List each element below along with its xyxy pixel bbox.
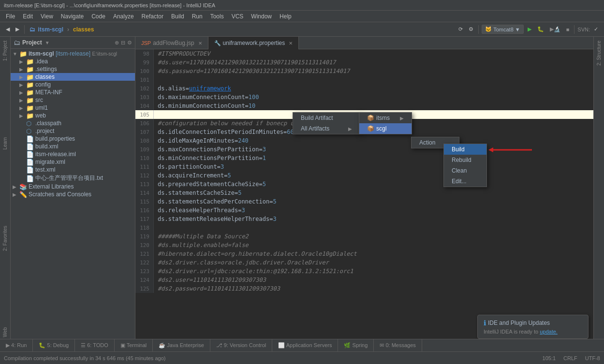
run-btn[interactable]: ▶	[526, 25, 533, 33]
tab-uniframework[interactable]: 🔧 uniframework.properties ✕	[208, 37, 299, 49]
menu-help[interactable]: Help	[276, 12, 295, 21]
tree-item-build-properties[interactable]: 📄 build.properties	[11, 135, 135, 143]
tree-item-ext-libs[interactable]: ▶ 📚 External Libraries	[11, 183, 135, 190]
tree-item-web[interactable]: ▶ 📁 web	[11, 112, 135, 119]
line-121: 121 #hibernate.dialect=org.hibernate.dia…	[135, 249, 593, 258]
tree-root[interactable]: ▼ 📁 itsm-scgl [itsm-release] E:\itsm-scg…	[11, 50, 135, 58]
stop-btn[interactable]: ■	[564, 26, 572, 33]
settings-btn[interactable]: ⚙	[127, 40, 132, 46]
context-menu-build-artifact[interactable]: Build Artifact All Artifacts ▶	[293, 112, 360, 134]
tree-item-classes[interactable]: ▶ 📁 classes	[11, 73, 135, 81]
config-label: config	[35, 81, 51, 88]
ctx-rebuild[interactable]: Rebuild	[444, 155, 486, 165]
settings-label: .settings	[35, 66, 57, 73]
line-114: 114 ds.statementsCacheSize=5	[135, 189, 593, 197]
project-tree: ▼ 📁 itsm-scgl [itsm-release] E:\itsm-scg…	[11, 49, 135, 339]
ext-libs-arrow: ▶	[13, 184, 19, 189]
scratches-label: Scratches and Consoles	[29, 191, 91, 198]
classpath-icon: ⬡	[26, 120, 34, 127]
tree-item-testxml[interactable]: 📄 test.xml	[11, 166, 135, 174]
web-label: web	[35, 112, 46, 119]
tree-item-project-file[interactable]: ⬡ .project	[11, 127, 135, 135]
menu-vcs[interactable]: VCS	[228, 12, 248, 21]
menu-window[interactable]: Window	[247, 12, 276, 21]
strip-web[interactable]: Web	[1, 325, 9, 339]
strip-project[interactable]: 1: Project	[1, 39, 9, 63]
menu-tools[interactable]: Tools	[206, 12, 228, 21]
bottom-tab-todo[interactable]: ☰ 6: TODO	[75, 339, 115, 351]
tree-item-src[interactable]: ▶ 📁 src	[11, 96, 135, 104]
toolbar-back-btn[interactable]: ◀	[4, 25, 12, 33]
menu-code[interactable]: Code	[88, 12, 109, 21]
tree-item-settings[interactable]: ▶ 📁 .settings	[11, 65, 135, 73]
toolbar-settings-btn[interactable]: ⚙	[467, 25, 475, 33]
panel-actions: ⊕ ⊟ ⚙	[115, 40, 132, 46]
bottom-tab-version-control[interactable]: ⎇ 9: Version Control	[210, 339, 273, 351]
plugin-update-link[interactable]: update.	[540, 329, 558, 335]
context-menu-artifacts[interactable]: 📦 itsms ▶ 📦 scgl	[359, 112, 412, 134]
ctx-edit[interactable]: Edit...	[444, 176, 486, 187]
itsms-icon: 📦	[367, 115, 374, 121]
bottom-tab-app-servers[interactable]: ⬜ Application Servers	[272, 339, 338, 351]
tree-item-chinese[interactable]: 📄 中心-生产管理平台项目.txt	[11, 174, 135, 183]
jsp-icon: JSP	[141, 40, 151, 46]
tree-item-idea[interactable]: ▶ 📁 .idea	[11, 58, 135, 65]
context-menu-build-options[interactable]: Build Rebuild Clean Edit...	[443, 144, 487, 187]
ctx-build-artifact[interactable]: Build Artifact	[293, 113, 360, 123]
ctx-all-artifacts[interactable]: All Artifacts ▶	[293, 123, 360, 134]
bottom-tab-bar: ▶ 4: Run 🐛 5: Debug ☰ 6: TODO ▣ Terminal…	[0, 339, 604, 351]
tab-close-addflowbug[interactable]: ✕	[198, 41, 202, 46]
menu-refactor[interactable]: Refactor	[138, 12, 167, 21]
tab-close-uniframework[interactable]: ✕	[289, 41, 293, 46]
tree-item-iml[interactable]: 📄 itsm-release.iml	[11, 150, 135, 158]
scgl-icon: 📦	[367, 125, 374, 132]
bottom-tab-messages[interactable]: ✉ 0: Messages	[374, 339, 422, 351]
menu-analyze[interactable]: Analyze	[109, 12, 138, 21]
bottom-tab-java-enterprise[interactable]: ☕ Java Enterprise	[153, 339, 210, 351]
collapse-btn[interactable]: ⊟	[121, 40, 125, 46]
tree-item-config[interactable]: ▶ 📁 config	[11, 81, 135, 88]
menu-file[interactable]: File	[2, 12, 19, 21]
menu-build[interactable]: Build	[167, 12, 188, 21]
tomcat-dropdown[interactable]: 🐱 Tomcat8 ▼	[482, 25, 523, 34]
tree-item-classpath[interactable]: ⬡ .classpath	[11, 119, 135, 127]
chinese-file-icon: 📄	[26, 175, 34, 182]
menu-edit[interactable]: Edit	[19, 12, 37, 21]
ctx-build[interactable]: Build	[444, 144, 486, 155]
ctx-scgl[interactable]: 📦 scgl	[359, 123, 412, 134]
editor-area: JSP addFlowBug.jsp ✕ 🔧 uniframework.prop…	[135, 37, 593, 339]
run-coverage-btn[interactable]: ▶🔬	[548, 25, 562, 33]
bottom-tab-spring[interactable]: 🌿 Spring	[338, 339, 374, 351]
debug-btn[interactable]: 🐛	[535, 25, 546, 33]
plugin-text: IntelliJ IDEA is ready to update.	[484, 329, 582, 335]
menu-view[interactable]: View	[37, 12, 57, 21]
menu-navigate[interactable]: Navigate	[57, 12, 88, 21]
line-99: 99 #ds.user=1170160142129030132121139071…	[135, 58, 593, 67]
strip-structure[interactable]: 2: Structure	[595, 39, 603, 68]
encoding: UTF-8	[585, 355, 600, 361]
tomcat-arrow-icon: ▼	[515, 27, 520, 32]
strip-favorites[interactable]: 2: Favorites	[1, 224, 9, 253]
toolbar-sync-btn[interactable]: ⟳	[457, 25, 465, 33]
vcs-update-btn[interactable]: ✓	[592, 25, 600, 33]
tree-item-metainf[interactable]: ▶ 📁 META-INF	[11, 88, 135, 96]
bottom-tab-terminal[interactable]: ▣ Terminal	[115, 339, 153, 351]
metainf-folder-icon: 📁	[26, 89, 34, 96]
tab-addflowbug[interactable]: JSP addFlowBug.jsp ✕	[135, 37, 208, 49]
ctx-clean[interactable]: Clean	[444, 165, 486, 176]
code-editor[interactable]: 98 #ITSMPRODUCTDEV 99 #ds.user=117016014…	[135, 49, 593, 339]
line-122: 122 #ds2.driver.class=oracle.jdbc.driver…	[135, 258, 593, 267]
clean-label: Clean	[452, 167, 467, 174]
tree-item-migrate[interactable]: 📄 migrate.xml	[11, 158, 135, 166]
ctx-itsms[interactable]: 📦 itsms ▶	[359, 113, 412, 123]
strip-learn[interactable]: Learn	[1, 135, 9, 152]
toolbar-forward-btn[interactable]: ▶	[14, 25, 21, 33]
tree-item-uml1[interactable]: ▶ 📁 uml1	[11, 104, 135, 112]
bottom-tab-run[interactable]: ▶ 4: Run	[0, 339, 33, 351]
locate-btn[interactable]: ⊕	[115, 40, 119, 46]
bottom-tab-debug[interactable]: 🐛 5: Debug	[33, 339, 75, 351]
tree-item-build-xml[interactable]: 📄 build.xml	[11, 143, 135, 150]
menu-run[interactable]: Run	[188, 12, 206, 21]
tree-item-scratches[interactable]: ▶ ✏️ Scratches and Consoles	[11, 190, 135, 198]
uml1-folder-icon: 📁	[26, 104, 34, 111]
